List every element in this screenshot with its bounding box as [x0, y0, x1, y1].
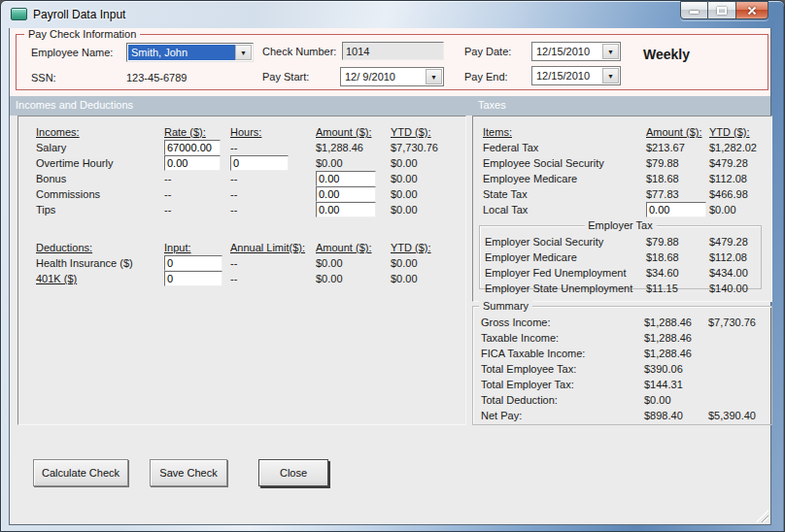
resize-grip[interactable]	[756, 510, 768, 522]
table-row: State Tax $77.83 $466.98	[483, 186, 769, 202]
table-row: Commissions -- -- $0.00	[36, 186, 461, 202]
minimize-button[interactable]	[680, 1, 708, 19]
deductions-table: Deductions: Input: Annual Limit($): Amou…	[36, 240, 461, 286]
employee-medicare-ytd: $112.08	[709, 173, 769, 184]
close-button[interactable]: Close	[258, 459, 328, 486]
tips-label: Tips	[36, 204, 164, 216]
bonus-rate: --	[164, 173, 230, 184]
chevron-down-icon[interactable]: ▼	[235, 45, 252, 60]
federal-tax-amount: $213.67	[646, 142, 709, 153]
net-pay-ytd: $5,390.40	[708, 410, 769, 421]
local-tax-label: Local Tax	[483, 204, 646, 216]
bonus-ytd: $0.00	[391, 173, 461, 184]
pay-end-picker[interactable]: 12/15/2010 ▼	[531, 66, 621, 85]
salary-label: Salary	[36, 142, 164, 153]
close-window-button[interactable]	[736, 1, 768, 19]
table-row: Employer State Unemployment $11.15 $140.…	[485, 281, 759, 296]
employer-ss-amount: $79.88	[646, 236, 709, 248]
col-hours: Hours:	[230, 126, 316, 138]
taxes-section-header: Taxes	[478, 99, 506, 111]
maximize-button[interactable]	[708, 1, 736, 19]
bonus-label: Bonus	[36, 173, 164, 184]
net-pay-label: Net Pay:	[481, 410, 644, 421]
pay-frequency-label: Weekly	[643, 47, 690, 62]
employer-fed-unemp-amount: $34.60	[646, 267, 709, 279]
table-row: Total Employee Tax: $390.06	[481, 361, 769, 377]
employer-medicare-amount: $18.68	[646, 251, 709, 263]
pay-date-picker[interactable]: 12/15/2010 ▼	[531, 42, 621, 61]
maximize-icon	[717, 7, 727, 15]
federal-tax-ytd: $1,282.02	[709, 142, 769, 153]
salary-rate-input[interactable]	[164, 140, 221, 155]
deductions-header-row: Deductions: Input: Annual Limit($): Amou…	[36, 240, 461, 255]
employer-tax-title: Employer Tax	[584, 219, 656, 231]
table-row: Employee Social Security $79.88 $479.28	[483, 155, 769, 171]
taxes-table: Items: Amount ($): YTD ($): Federal Tax …	[483, 124, 769, 217]
chevron-down-icon[interactable]: ▼	[426, 69, 442, 84]
employee-name-combobox[interactable]: Smith, John ▼	[126, 43, 254, 62]
state-tax-amount: $77.83	[646, 188, 709, 200]
save-check-button[interactable]: Save Check	[150, 459, 227, 486]
total-employer-tax-amount: $144.31	[644, 379, 708, 390]
incomes-section-header: Incomes and Deductions	[16, 99, 133, 111]
health-insurance-input[interactable]	[164, 255, 222, 271]
tips-hours: --	[230, 204, 316, 216]
incomes-header-row: Incomes: Rate ($): Hours: Amount ($): YT…	[36, 124, 461, 140]
employer-fed-unemp-label: Employer Fed Unemployment	[485, 267, 646, 279]
total-deduction-amount: $0.00	[644, 394, 708, 406]
table-row: Tips -- -- $0.00	[36, 202, 461, 217]
col-items: Items:	[483, 126, 646, 138]
taxable-income-label: Taxable Income:	[481, 332, 644, 344]
local-tax-input[interactable]	[646, 202, 706, 217]
pay-start-picker[interactable]: 12/ 9/2010 ▼	[340, 67, 444, 86]
col-annual-limit: Annual Limit($):	[230, 242, 316, 253]
taxes-panel: Items: Amount ($): YTD ($): Federal Tax …	[472, 116, 772, 302]
total-employer-tax-label: Total Employer Tax:	[481, 379, 644, 390]
federal-tax-label: Federal Tax	[483, 142, 646, 153]
overtime-hours-input[interactable]	[230, 155, 289, 171]
bonus-amount-input[interactable]	[316, 171, 376, 186]
window-title: Payroll Data Input	[33, 8, 125, 21]
overtime-rate-input[interactable]	[164, 155, 221, 171]
col-ytd: YTD ($):	[391, 126, 461, 138]
paycheck-info-panel: Pay Check Information Employee Name: Smi…	[10, 28, 770, 96]
tips-amount-input[interactable]	[316, 202, 376, 217]
col-input: Input:	[164, 242, 230, 253]
401k-limit: --	[230, 273, 316, 284]
col-incomes: Incomes:	[36, 126, 164, 138]
commissions-label: Commissions	[36, 188, 164, 200]
summary-groupbox: Summary Gross Income: $1,288.46 $7,730.7…	[472, 306, 772, 425]
employee-name-value: Smith, John	[128, 45, 235, 60]
summary-table: Gross Income: $1,288.46 $7,730.76 Taxabl…	[481, 315, 769, 423]
ssn-label: SSN:	[31, 71, 56, 84]
minimize-icon	[690, 11, 699, 14]
chevron-down-icon[interactable]: ▼	[602, 44, 619, 59]
incomes-table: Incomes: Rate ($): Hours: Amount ($): YT…	[36, 124, 461, 217]
employer-state-unemp-amount: $11.15	[646, 283, 709, 294]
employee-name-label: Employee Name:	[31, 46, 113, 59]
pay-end-label: Pay End:	[464, 70, 508, 83]
calculate-check-button[interactable]: Calculate Check	[33, 459, 128, 486]
table-row: Total Deduction: $0.00	[481, 392, 769, 408]
pay-end-value: 12/15/2010	[536, 70, 590, 82]
401k-input[interactable]	[164, 271, 222, 286]
health-insurance-ytd: $0.00	[391, 257, 461, 269]
table-row: Employer Fed Unemployment $34.60 $434.00	[485, 265, 759, 281]
commissions-hours: --	[230, 188, 316, 200]
commissions-amount-input[interactable]	[316, 186, 376, 202]
pay-start-label: Pay Start:	[262, 70, 309, 83]
title-bar[interactable]: Payroll Data Input	[1, 1, 784, 28]
employee-medicare-label: Employee Medicare	[483, 173, 646, 184]
table-row: Health Insurance ($) -- $0.00 $0.00	[36, 255, 461, 271]
401k-link[interactable]: 401K ($)	[36, 273, 164, 284]
close-icon	[746, 5, 758, 17]
chevron-down-icon[interactable]: ▼	[602, 68, 619, 83]
ssn-value: 123-45-6789	[126, 71, 187, 84]
form-client-area: Pay Check Information Employee Name: Smi…	[9, 28, 771, 525]
employer-medicare-ytd: $112.08	[709, 251, 759, 263]
payroll-window: Payroll Data Input Pay Check Information…	[0, 0, 785, 532]
health-insurance-label: Health Insurance ($)	[36, 257, 164, 269]
table-row: 401K ($) -- $0.00 $0.00	[36, 271, 461, 286]
employee-ss-amount: $79.88	[646, 157, 709, 169]
overtime-amount: $0.00	[316, 157, 391, 169]
